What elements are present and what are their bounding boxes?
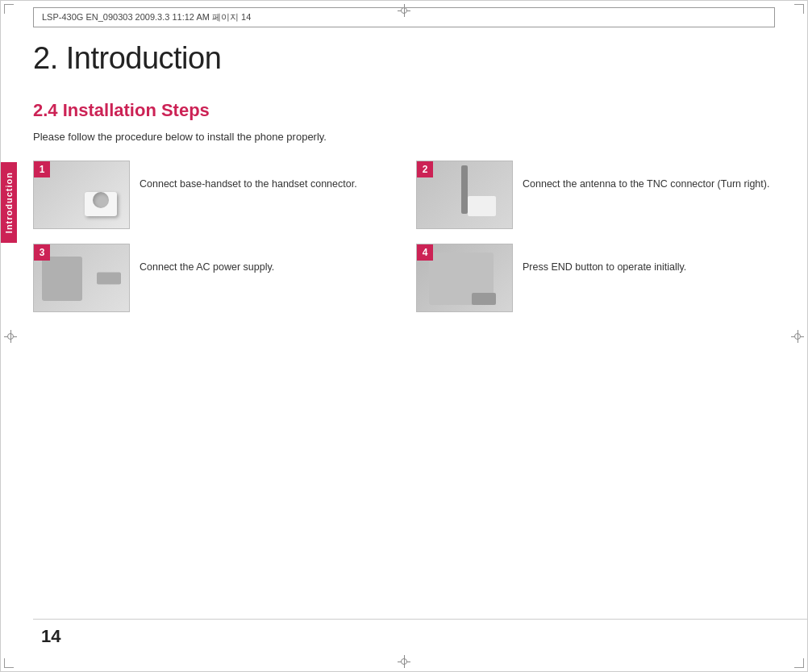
reg-mark-right	[791, 330, 804, 343]
chapter-title: 2. Introduction	[33, 41, 775, 76]
page-number-area: 14	[33, 619, 807, 647]
step-2-badge: 2	[417, 161, 433, 177]
main-content: 2. Introduction 2.4 Installation Steps P…	[33, 41, 775, 607]
step-1-description: Connect base-handset to the handset conn…	[140, 161, 357, 192]
sidebar-label: Introduction	[4, 172, 14, 233]
step-1: 1 Connect base-handset to the handset co…	[33, 161, 392, 229]
sidebar-tab: Introduction	[1, 162, 17, 243]
step-2: 2 Connect the antenna to the TNC connect…	[416, 161, 775, 229]
step-4-image: 4	[416, 244, 513, 312]
step-3-image: 3	[33, 244, 130, 312]
step-4: 4 Press END button to operate initially.	[416, 244, 775, 312]
step-1-badge: 1	[34, 161, 50, 177]
step-3: 3 Connect the AC power supply.	[33, 244, 392, 312]
step-4-badge: 4	[417, 244, 433, 261]
step-1-image: 1	[33, 161, 130, 229]
sidebar: Introduction	[1, 1, 33, 671]
section-heading: 2.4 Installation Steps	[33, 100, 775, 121]
step-2-description: Connect the antenna to the TNC connector…	[523, 161, 769, 192]
page-container: LSP-430G EN_090303 2009.3.3 11:12 AM 페이지…	[0, 0, 808, 672]
step-4-description: Press END button to operate initially.	[523, 244, 686, 275]
reg-mark-bottom	[398, 655, 410, 668]
steps-grid: 1 Connect base-handset to the handset co…	[33, 161, 775, 312]
section-description: Please follow the procedure below to ins…	[33, 131, 775, 143]
step-2-image: 2	[416, 161, 513, 229]
step-3-badge: 3	[34, 244, 50, 261]
page-number: 14	[41, 626, 60, 646]
file-info: LSP-430G EN_090303 2009.3.3 11:12 AM 페이지…	[42, 11, 251, 23]
step-3-description: Connect the AC power supply.	[140, 244, 274, 275]
corner-mark-tr	[794, 4, 804, 14]
corner-mark-br	[794, 658, 804, 668]
header-bar: LSP-430G EN_090303 2009.3.3 11:12 AM 페이지…	[33, 7, 775, 27]
